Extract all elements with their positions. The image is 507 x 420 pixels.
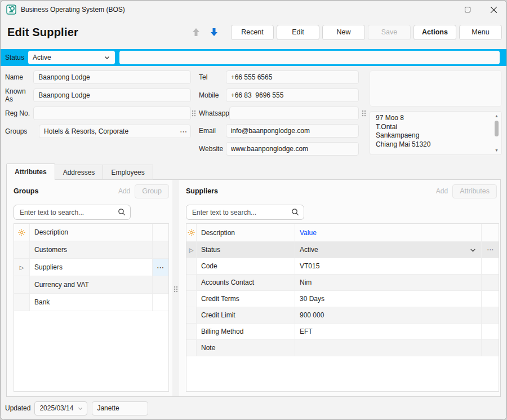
group-row-customers[interactable]: Customers (14, 241, 168, 259)
attribute-row-billing-method[interactable]: Billing Method EFT (186, 324, 499, 340)
address-text: 97 Moo 8 T.Ontai Sankampaeng Chiang Mai … (376, 114, 490, 153)
updated-date-dropdown[interactable]: 2025/03/14 (34, 401, 87, 415)
app-window: Business Operating System (BOS) Edit Sup… (0, 0, 507, 420)
attribute-value-cell: Active (300, 246, 318, 254)
maximize-button[interactable] (455, 1, 481, 19)
row-indicator-icon (186, 224, 197, 241)
group-row-bank[interactable]: Bank (14, 294, 168, 311)
selected-row-marker-icon: ▷ (14, 259, 30, 276)
status-label: Status (5, 54, 24, 61)
suppliers-add-label: Add (436, 187, 448, 195)
attribute-value-cell: 30 Days (295, 291, 481, 307)
new-button[interactable]: New (322, 25, 365, 40)
groups-search-input[interactable] (14, 205, 131, 220)
tab-strip: Attributes Addresses Employees (6, 163, 153, 180)
groups-column-description[interactable]: Description (30, 224, 152, 241)
menu-button[interactable]: Menu (459, 25, 502, 40)
attribute-row-accounts-contact[interactable]: Accounts Contact Nim (186, 275, 499, 291)
name-field[interactable] (33, 70, 191, 84)
suppliers-table-header: Description Value (186, 224, 499, 242)
suppliers-column-value[interactable]: Value (295, 224, 481, 241)
maximize-icon (465, 7, 470, 12)
panel-splitter[interactable] (172, 180, 179, 396)
arrow-up-icon (190, 26, 202, 38)
tel-field[interactable] (226, 70, 359, 84)
suppliers-section: Suppliers Add Attributes (179, 180, 500, 396)
group-row-suppliers[interactable]: ▷ Suppliers ⋯ (14, 259, 168, 276)
chevron-down-icon (469, 246, 477, 254)
address-box[interactable]: 97 Moo 8 T.Ontai Sankampaeng Chiang Mai … (370, 111, 502, 155)
attribute-row-status[interactable]: ▷ Status Active ⋯ (186, 242, 499, 258)
groups-table-header: Description (14, 224, 168, 241)
updated-by-field[interactable] (92, 401, 148, 415)
updated-label: Updated (5, 404, 30, 412)
actions-button[interactable]: Actions (413, 25, 456, 40)
attribute-row-ellipsis-button[interactable]: ⋯ (481, 242, 499, 258)
panel-splitter-grip[interactable] (174, 286, 178, 293)
tab-attributes[interactable]: Attributes (6, 163, 55, 180)
edit-button[interactable]: Edit (277, 25, 319, 40)
status-dropdown-value: Active (33, 54, 104, 61)
email-label: Email (199, 127, 226, 135)
status-value-dropdown[interactable]: Active (295, 242, 481, 258)
suppliers-title: Suppliers (186, 187, 218, 195)
tab-addresses[interactable]: Addresses (55, 165, 104, 180)
chevron-down-icon (77, 405, 83, 412)
sun-icon (188, 229, 195, 236)
status-extra-field[interactable] (119, 51, 500, 64)
attribute-row-code[interactable]: Code VT015 (186, 258, 499, 275)
attribute-value-cell: EFT (295, 324, 481, 339)
scroll-up-icon[interactable]: ▲ (493, 113, 500, 119)
tab-employees[interactable]: Employees (103, 165, 153, 180)
app-logo-icon (6, 5, 16, 15)
attribute-row-credit-limit[interactable]: Credit Limit 900 000 (186, 307, 499, 324)
page-header: Edit Supplier Recent Edit New Save Actio… (1, 20, 506, 45)
attribute-row-note[interactable]: Note (186, 340, 499, 356)
suppliers-table: Description Value ▷ Status Active ⋯ (186, 223, 499, 392)
whatsapp-label: Whatsapp (199, 109, 229, 117)
recent-button[interactable]: Recent (231, 25, 274, 40)
suppliers-search-input[interactable] (186, 205, 304, 220)
attribute-row-credit-terms[interactable]: Credit Terms 30 Days (186, 291, 499, 307)
group-row-ellipsis-button[interactable]: ⋯ (152, 259, 168, 276)
save-button[interactable]: Save (368, 25, 411, 40)
known-as-field[interactable] (33, 89, 191, 102)
group-button[interactable]: Group (135, 184, 169, 198)
whatsapp-field[interactable] (229, 107, 359, 120)
close-icon (490, 6, 497, 14)
group-row-currency-vat[interactable]: Currency and VAT (14, 276, 168, 294)
form-splitter-grip-left[interactable] (192, 110, 196, 117)
close-button[interactable] (481, 1, 506, 19)
mobile-field[interactable] (226, 89, 359, 102)
attribute-value-cell: Nim (295, 275, 481, 290)
status-dropdown[interactable]: Active (28, 51, 115, 64)
nav-down-button[interactable] (207, 25, 221, 39)
email-field[interactable] (226, 124, 359, 138)
website-label: Website (199, 145, 226, 153)
sun-icon (18, 229, 25, 236)
search-icon (118, 208, 126, 216)
nav-up-button[interactable] (189, 25, 203, 39)
footer-bar: Updated 2025/03/14 (1, 397, 506, 419)
website-field[interactable] (226, 142, 359, 156)
titlebar: Business Operating System (BOS) (1, 1, 506, 19)
attributes-panel: Groups Add Group (6, 179, 501, 397)
reg-no-field[interactable] (33, 107, 191, 120)
reg-no-label: Reg No. (5, 109, 33, 117)
address-scrollbar[interactable]: ▲ ▼ (493, 113, 500, 153)
page-title: Edit Supplier (7, 26, 78, 39)
attribute-value-cell (295, 340, 481, 356)
groups-ellipsis-button[interactable]: ⋯ (180, 127, 188, 136)
suppliers-column-description[interactable]: Description (197, 224, 295, 241)
attribute-value-cell: 900 000 (295, 307, 481, 323)
groups-section: Groups Add Group (7, 180, 172, 396)
attributes-button[interactable]: Attributes (452, 184, 497, 198)
scroll-down-icon[interactable]: ▼ (493, 147, 500, 153)
known-as-label: Known As (5, 87, 33, 103)
name-label: Name (5, 73, 33, 81)
groups-field[interactable] (39, 125, 191, 138)
scrollbar-thumb[interactable] (495, 121, 499, 136)
arrow-down-icon (208, 26, 220, 38)
form-splitter-grip-right[interactable] (362, 110, 366, 117)
logo-placeholder (370, 70, 502, 107)
